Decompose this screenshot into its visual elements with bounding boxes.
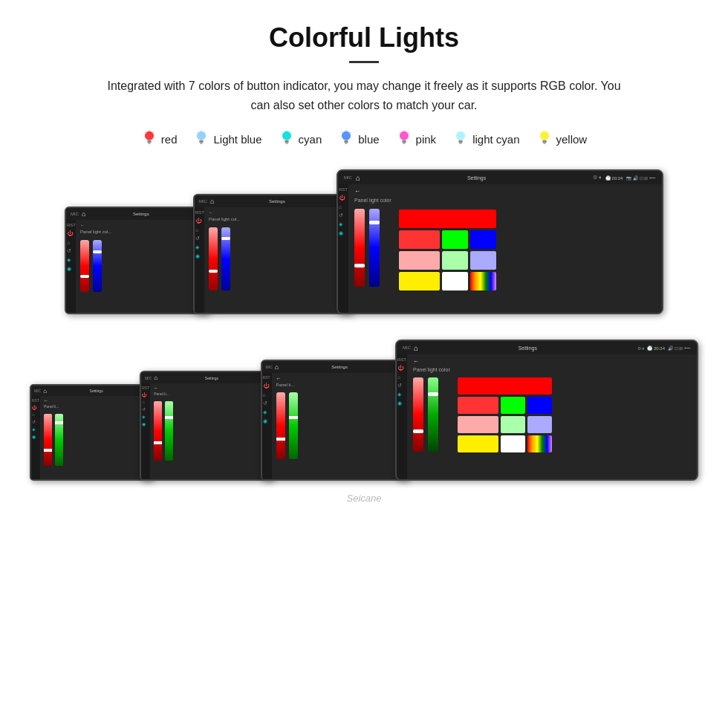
color-label-blue: blue	[358, 133, 379, 146]
color-label-lightblue: Light blue	[213, 133, 261, 146]
bulb-icon-blue	[338, 129, 354, 149]
svg-line-5	[152, 132, 154, 134]
bulb-icon-cyan	[279, 129, 295, 149]
svg-line-17	[290, 132, 291, 134]
svg-line-10	[197, 132, 198, 134]
svg-rect-38	[542, 140, 546, 143]
device-card-bot-1: MIC ⌂ Settings ⚙ RST ⏻ ⌂ ↺ ◈ ◉	[30, 384, 153, 481]
top-bar: MIC ⌂ Settings ⚙ ♦	[66, 208, 208, 220]
bulb-icon-lightcyan	[452, 129, 469, 149]
title-divider	[349, 61, 379, 63]
svg-rect-9	[201, 143, 203, 144]
color-item-cyan: cyan	[279, 129, 322, 149]
svg-rect-26	[402, 140, 406, 143]
svg-line-28	[400, 132, 401, 134]
screen-content: MIC ⌂ Settings ⚙ ♦ 🕐 20:24 📷 🔊 ⊡ ⊞ ⟵ RST…	[338, 171, 662, 313]
watermark: Seicane	[30, 493, 698, 504]
svg-rect-8	[200, 140, 204, 143]
color-item-pink: pink	[396, 129, 437, 149]
bulb-icon-yellow	[536, 129, 553, 149]
device-card-bot-2: MIC ⌂ Settings ⚙ RST ⏻ ⌂ ↺ ◈ ◉	[140, 371, 273, 481]
device-card-bot-large: MIC ⌂ Settings ⚙ ♦ 🕐 20:24 🔊 ⊡ ⊞ ⟵ RST ⏻…	[395, 340, 698, 481]
device-card-bot-3: MIC ⌂ Settings ⚙ RST ⏻ ⌂ ↺ ◈ ◉	[261, 360, 409, 481]
color-label-cyan: cyan	[299, 133, 322, 146]
screen-content: MIC ⌂ Settings ⚙ ♦ 🕐 20:24 🔊 ⊡ ⊞ ⟵ RST ⏻…	[397, 341, 697, 479]
svg-line-29	[407, 132, 409, 134]
device-card-top-large: MIC ⌂ Settings ⚙ ♦ 🕐 20:24 📷 🔊 ⊡ ⊞ ⟵ RST…	[337, 169, 663, 314]
color-item-blue: blue	[338, 129, 379, 149]
svg-rect-15	[285, 143, 287, 144]
svg-line-4	[145, 132, 146, 134]
bulb-icon-lightblue	[193, 129, 209, 149]
svg-rect-2	[147, 140, 151, 143]
top-screen-row: MIC ⌂ Settings ⚙ ♦ RST ⏻ ⌂ ↺ ◈ ◉	[30, 169, 698, 314]
svg-rect-32	[459, 140, 463, 143]
color-item-red: red	[141, 129, 178, 149]
svg-line-11	[205, 132, 207, 134]
svg-line-40	[539, 132, 541, 134]
svg-line-35	[464, 132, 465, 134]
color-item-yellow: yellow	[536, 129, 588, 149]
screen-content: MIC ⌂ Settings ⚙ RST ⏻ ⌂ ↺ ◈ ◉	[262, 361, 407, 479]
header-section: Colorful Lights Integrated with 7 colors…	[30, 22, 698, 114]
svg-line-23	[350, 132, 351, 134]
bulb-icon-red	[141, 129, 157, 149]
color-label-lightcyan: light cyan	[472, 133, 519, 146]
screen-content: MIC ⌂ Settings ⚙ ♦ RST ⏻ ⌂ ↺ ◈ ◉	[66, 208, 208, 313]
device-card-top-1: MIC ⌂ Settings ⚙ ♦ RST ⏻ ⌂ ↺ ◈ ◉	[65, 207, 209, 314]
svg-rect-33	[459, 143, 461, 144]
svg-line-16	[282, 132, 283, 134]
svg-rect-14	[285, 140, 288, 143]
color-label-yellow: yellow	[556, 133, 588, 146]
svg-line-41	[547, 132, 549, 134]
svg-line-34	[456, 132, 458, 134]
svg-line-22	[342, 132, 343, 134]
top-bar: MIC ⌂ Settings ⚙ ♦	[195, 195, 351, 207]
top-bar: MIC ⌂ Settings ⚙ ♦ 🕐 20:24 📷 🔊 ⊡ ⊞ ⟵	[338, 171, 662, 184]
screen-content: MIC ⌂ Settings ⚙ ♦ RST ⏻ ⌂ ↺ ◈ ◉	[195, 195, 351, 313]
description-text: Integrated with 7 colors of button indic…	[104, 77, 624, 114]
svg-rect-20	[345, 140, 348, 143]
color-indicators: red Light blue cyan	[30, 129, 698, 149]
bottom-screen-row: MIC ⌂ Settings ⚙ RST ⏻ ⌂ ↺ ◈ ◉	[30, 340, 698, 481]
screen-content: MIC ⌂ Settings ⚙ RST ⏻ ⌂ ↺ ◈ ◉	[31, 386, 152, 479]
screen-content: MIC ⌂ Settings ⚙ RST ⏻ ⌂ ↺ ◈ ◉	[141, 372, 272, 479]
color-label-pink: pink	[416, 133, 437, 146]
svg-rect-3	[148, 143, 150, 144]
color-item-lightblue: Light blue	[193, 129, 261, 149]
main-title: Colorful Lights	[30, 22, 698, 53]
device-card-top-2: MIC ⌂ Settings ⚙ ♦ RST ⏻ ⌂ ↺ ◈ ◉	[193, 194, 353, 314]
screens-section: MIC ⌂ Settings ⚙ ♦ RST ⏻ ⌂ ↺ ◈ ◉	[30, 169, 698, 481]
page-wrapper: Colorful Lights Integrated with 7 colors…	[0, 0, 728, 519]
svg-rect-39	[543, 143, 545, 144]
color-item-lightcyan: light cyan	[452, 129, 519, 149]
color-label-red: red	[161, 133, 178, 146]
bulb-icon-pink	[396, 129, 412, 149]
svg-rect-27	[403, 143, 405, 144]
svg-rect-21	[345, 143, 348, 144]
